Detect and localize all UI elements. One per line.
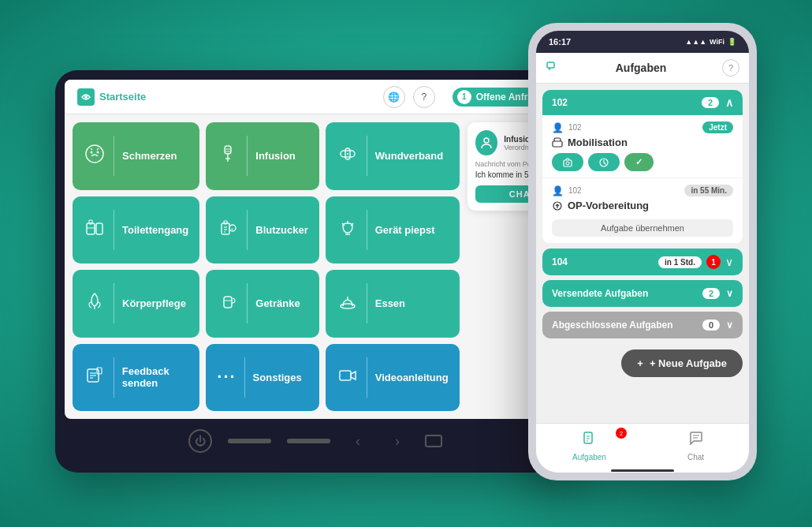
getraenke-icon	[217, 290, 239, 316]
back-icon[interactable]	[546, 59, 560, 77]
blutzucker-icon: +	[217, 217, 239, 243]
blutzucker-label: Blutzucker	[255, 224, 307, 236]
check-btn[interactable]: ✓	[624, 153, 654, 171]
task-room-1: 102	[568, 123, 698, 132]
main-grid: Schmerzen Infusion	[73, 122, 460, 411]
feedback-icon	[84, 364, 106, 391]
feedback-label: Feedback senden	[122, 365, 188, 389]
svg-rect-38	[547, 62, 554, 68]
grid-btn-koerperpflege[interactable]: Körperpflege	[73, 270, 199, 338]
essen-icon	[337, 290, 359, 316]
videoanleitung-label: Videoanleitung	[375, 372, 449, 383]
back-button[interactable]: ‹	[346, 429, 370, 453]
grid-btn-essen[interactable]: Essen	[326, 270, 460, 338]
mobilisation-label: Mobilisation	[568, 136, 628, 148]
grid-btn-wundverband[interactable]: Wundverband	[326, 122, 460, 190]
koerperpflege-icon	[84, 290, 106, 316]
grid-btn-schmerzen[interactable]: Schmerzen	[73, 122, 199, 190]
svg-point-2	[91, 151, 93, 154]
abgeschlossene-count: 0	[702, 320, 720, 331]
globe-button[interactable]: 🌐	[383, 86, 405, 108]
op-label: OP-Vorbereitung	[568, 200, 649, 211]
phone-title: Aufgaben	[566, 62, 716, 74]
versendete-count: 2	[702, 288, 720, 299]
task-section-102: 102 2 ∧ 👤 102 Jetzt	[542, 90, 743, 244]
camera-btn[interactable]	[552, 153, 583, 171]
geraet-label: Gerät piepst	[375, 224, 435, 236]
tablet-content: Schmerzen Infusion	[65, 114, 566, 419]
svg-rect-32	[97, 368, 102, 374]
phone-help-button[interactable]: ?	[722, 59, 739, 77]
svg-rect-40	[564, 160, 572, 166]
grid-btn-getraenke[interactable]: Getränke	[206, 270, 318, 338]
neue-aufgabe-label: + Neue Aufgabe	[650, 357, 727, 369]
aufgabe-ubernehmen-btn[interactable]: Aufgabe übernehmen	[552, 219, 733, 237]
status-icons: ▲▲▲ WiFi 🔋	[685, 38, 736, 46]
nav-aufgaben-label: Aufgaben	[572, 453, 606, 462]
tablet-title: Startseite	[99, 91, 146, 103]
versendete-header[interactable]: Versendete Aufgaben 2 ∨	[542, 280, 743, 307]
nav-chat[interactable]: Chat	[643, 424, 749, 468]
grid-btn-blutzucker[interactable]: + Blutzucker	[206, 196, 318, 264]
chat-nav-icon	[687, 430, 705, 451]
nav-pill-1	[228, 439, 271, 443]
phone-bottom-nav: 2 Aufgaben Chat	[536, 423, 749, 468]
grid-btn-sonstiges[interactable]: ··· Sonstiges	[206, 344, 318, 412]
abgeschlossene-section: Abgeschlossene Aufgaben 0 ∨	[542, 312, 743, 338]
help-button[interactable]: ?	[413, 86, 435, 108]
task-time-jetzt: Jetzt	[702, 121, 733, 133]
toilettengang-icon	[84, 217, 106, 243]
svg-rect-4	[225, 146, 231, 154]
tablet-screen: Startseite 🌐 ? 1 Offene Anfrage	[65, 80, 566, 419]
svg-rect-18	[222, 223, 229, 234]
tablet-bottom-bar: ⏻ ‹ ›	[65, 419, 566, 463]
tablet-logo: Startseite	[77, 88, 146, 106]
wundverband-icon	[337, 143, 359, 169]
nav-pill-2	[287, 439, 330, 443]
nav-chat-label: Chat	[687, 453, 704, 462]
essen-label: Essen	[375, 297, 405, 309]
grid-btn-toilettengang[interactable]: Toilettengang	[73, 196, 199, 264]
nav-aufgaben-badge: 2	[616, 428, 627, 439]
svg-rect-39	[553, 141, 562, 147]
geraet-icon	[337, 217, 359, 243]
home-indicator	[611, 469, 674, 472]
abgeschlossene-header[interactable]: Abgeschlossene Aufgaben 0 ∨	[542, 312, 743, 338]
schmerzen-label: Schmerzen	[122, 150, 177, 162]
svg-rect-45	[584, 432, 592, 443]
person-icon-2: 👤	[552, 185, 564, 196]
versendete-section: Versendete Aufgaben 2 ∨	[542, 280, 743, 307]
red-badge-1: 1	[706, 255, 721, 269]
phone-content: 102 2 ∧ 👤 102 Jetzt	[536, 84, 749, 423]
wundverband-label: Wundverband	[375, 150, 443, 162]
task-op-vorbereitung: 👤 102 in 55 Min. OP-Vorbereitung Aufgabe…	[542, 178, 743, 244]
task-time-55: in 55 Min.	[684, 185, 733, 196]
logo-icon	[77, 88, 95, 106]
forward-button[interactable]: ›	[386, 429, 409, 453]
clock-btn[interactable]	[588, 153, 620, 171]
nav-aufgaben[interactable]: 2 Aufgaben	[536, 424, 643, 468]
time-104-badge: in 1 Std.	[658, 256, 702, 268]
grid-btn-geraet[interactable]: Gerät piepst	[326, 196, 460, 264]
phone: 16:17 ▲▲▲ WiFi 🔋 Aufgaben ? 1	[528, 23, 757, 480]
grid-btn-videoanleitung[interactable]: Videoanleitung	[326, 344, 460, 412]
koerperpflege-label: Körperpflege	[122, 297, 186, 309]
power-button[interactable]: ⏻	[188, 429, 212, 453]
versendete-label: Versendete Aufgaben	[552, 288, 702, 299]
neue-aufgabe-btn[interactable]: + + Neue Aufgabe	[621, 349, 743, 377]
infusion-label: Infusion	[255, 150, 296, 162]
task-section-104-header[interactable]: 104 in 1 Std. 1 ∨	[542, 249, 743, 275]
grid-btn-feedback[interactable]: Feedback senden	[73, 344, 199, 412]
toilettengang-label: Toilettengang	[122, 224, 188, 236]
schmerzen-icon	[84, 143, 106, 169]
svg-rect-14	[87, 223, 95, 234]
infusion-icon	[217, 143, 239, 169]
offene-count: 1	[457, 90, 471, 104]
grid-btn-infusion[interactable]: Infusion	[206, 122, 318, 190]
home-square[interactable]	[425, 435, 442, 447]
svg-rect-16	[96, 223, 102, 234]
status-bar: 16:17 ▲▲▲ WiFi 🔋	[536, 31, 749, 53]
person-icon-1: 👤	[552, 122, 564, 133]
task-section-104: 104 in 1 Std. 1 ∨	[542, 249, 743, 275]
task-section-102-header[interactable]: 102 2 ∧	[542, 90, 743, 115]
